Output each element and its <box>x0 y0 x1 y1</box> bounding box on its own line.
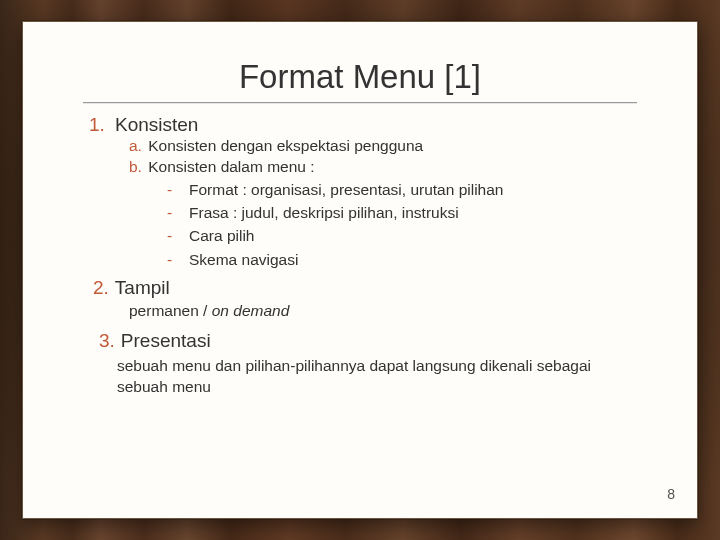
sub-label-a: a. <box>129 137 142 154</box>
dash-item: - Skema navigasi <box>167 248 641 271</box>
body-plain: permanen / <box>129 302 212 319</box>
sub-1a: a. Konsisten dengan ekspektasi pengguna <box>129 136 641 157</box>
slide: Format Menu [1] 1. Konsisten a. Konsiste… <box>22 21 698 519</box>
ordinal-3: 3. <box>99 330 115 352</box>
ordinal-1: 1. <box>89 114 107 136</box>
dash-icon: - <box>167 201 189 224</box>
section-3-header: 3. Presentasi <box>99 330 641 352</box>
dash-item: - Cara pilih <box>167 224 641 247</box>
sub-text-a: Konsisten dengan ekspektasi pengguna <box>148 137 423 154</box>
sub-1b: b. Konsisten dalam menu : <box>129 157 641 178</box>
dash-item: - Frasa : judul, deskripsi pilihan, inst… <box>167 201 641 224</box>
ordinal-2: 2. <box>93 277 109 299</box>
dash-text: Skema navigasi <box>189 248 298 271</box>
dash-text: Cara pilih <box>189 224 254 247</box>
heading-2: Tampil <box>115 277 170 299</box>
sub-text-b: Konsisten dalam menu : <box>148 158 314 175</box>
sub-label-b: b. <box>129 158 142 175</box>
section-3-body: sebuah menu dan pilihan-pilihannya dapat… <box>117 356 641 398</box>
title-rule <box>83 102 637 104</box>
dash-list: - Format : organisasi, presentasi, uruta… <box>167 178 641 271</box>
dash-text: Format : organisasi, presentasi, urutan … <box>189 178 503 201</box>
heading-3: Presentasi <box>121 330 211 352</box>
dash-icon: - <box>167 248 189 271</box>
body-italic: on demand <box>212 302 290 319</box>
section-2-body: permanen / on demand <box>129 301 641 322</box>
dash-item: - Format : organisasi, presentasi, uruta… <box>167 178 641 201</box>
dash-text: Frasa : judul, deskripsi pilihan, instru… <box>189 201 459 224</box>
heading-1: Konsisten <box>115 114 198 136</box>
section-2-header: 2. Tampil <box>93 277 641 299</box>
section-1-header: 1. Konsisten <box>89 114 641 136</box>
page-number: 8 <box>667 486 675 502</box>
dash-icon: - <box>167 224 189 247</box>
wood-background: Format Menu [1] 1. Konsisten a. Konsiste… <box>0 0 720 540</box>
dash-icon: - <box>167 178 189 201</box>
content-area: 1. Konsisten a. Konsisten dengan ekspekt… <box>23 114 697 398</box>
slide-title: Format Menu [1] <box>23 58 697 96</box>
